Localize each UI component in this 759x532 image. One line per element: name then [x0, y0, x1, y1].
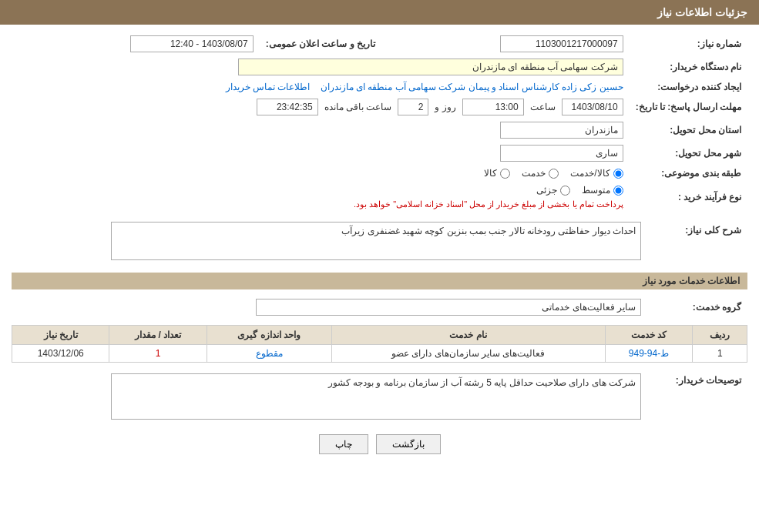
button-row: بازگشت چاپ [12, 434, 747, 454]
services-tbody: 1 ط-94-949 فعالیت‌های سایر سازمان‌های دا… [12, 345, 747, 363]
mohlat-roz-box: 2 [398, 99, 428, 115]
page-header: جزئیات اطلاعات نیاز [0, 0, 759, 25]
tabaqhe-options: کالا/خدمت خدمت کالا [12, 165, 630, 182]
row-noe-farayand: نوع فرآیند خرید : متوسط جزئی پرداخت [12, 182, 747, 212]
ostan-label: استان محل تحویل: [630, 119, 747, 142]
radio-motavaset[interactable]: متوسط [582, 185, 623, 196]
group-value: سایر فعالیت‌های خدماتی [12, 296, 647, 319]
col-namkhedmat: نام خدمت [331, 326, 605, 345]
col-tedad: تعداد / مقدار [109, 326, 207, 345]
col-vahed: واحد اندازه گیری [207, 326, 331, 345]
cell-radif: 1 [693, 345, 747, 363]
row-mohlat: مهلت ارسال پاسخ: تا تاریخ: 1403/08/10 سا… [12, 95, 747, 119]
services-table: ردیف کد خدمت نام خدمت واحد اندازه گیری ت… [12, 325, 747, 363]
baghimande-box: 23:42:35 [257, 99, 318, 115]
radio-motavaset-label: متوسط [582, 185, 610, 196]
tozehat-value: شرکت های دارای صلاحیت حداقل پایه 5 رشته … [12, 370, 647, 423]
ijad-value: حسین زکی زاده کارشناس اسناد و پیمان شرکت… [12, 79, 630, 95]
shomare-niaz-box: 1103001217000097 [500, 35, 623, 52]
page-wrapper: جزئیات اطلاعات نیاز شماره نیاز: 11030012… [0, 0, 759, 532]
mohlat-date-box: 1403/08/10 [562, 99, 623, 115]
radio-jozyi-label: جزئی [536, 185, 557, 196]
cell-kod: ط-94-949 [605, 345, 693, 363]
row-namdastgah: نام دستگاه خریدار: شرکت سهامی آب منطقه ا… [12, 55, 747, 79]
shomare-niaz-label: شماره نیاز: [630, 32, 747, 55]
services-thead: ردیف کد خدمت نام خدمت واحد اندازه گیری ت… [12, 326, 747, 345]
row-ostan: استان محل تحویل: مازندران [12, 119, 747, 142]
ostan-box: مازندران [500, 122, 623, 139]
services-header-row: ردیف کد خدمت نام خدمت واحد اندازه گیری ت… [12, 326, 747, 345]
col-radif: ردیف [693, 326, 747, 345]
tozehat-box: شرکت های دارای صلاحیت حداقل پایه 5 رشته … [111, 373, 641, 420]
tarikh-label: تاریخ و ساعت اعلان عمومی: [260, 32, 381, 55]
radio-motavaset-input[interactable] [613, 186, 623, 196]
farayand-radio-group: متوسط جزئی [18, 185, 623, 196]
roz-label: روز و [435, 102, 455, 112]
cell-nam: فعالیت‌های سایر سازمان‌های دارای عضو [331, 345, 605, 363]
farayand-note: پرداخت تمام یا بخشی از مبلغ خریدار از مح… [18, 199, 623, 209]
sharh-value: احداث دیوار حفاظتی رودخانه تالار جنب بمب… [12, 219, 647, 263]
section-khadamat: اطلاعات خدمات مورد نیاز [12, 273, 747, 289]
tabaqhe-radio-group: کالا/خدمت خدمت کالا [18, 168, 623, 179]
sharh-box: احداث دیوار حفاظتی رودخانه تالار جنب بمب… [111, 222, 641, 260]
radio-jozyi-input[interactable] [560, 186, 570, 196]
col-kodkhedmat: کد خدمت [605, 326, 693, 345]
cell-tedad: 1 [109, 345, 207, 363]
baghimande-label: ساعت باقی مانده [324, 102, 392, 112]
back-button[interactable]: بازگشت [376, 434, 441, 454]
row-shomare-tarikh: شماره نیاز: 1103001217000097 تاریخ و ساع… [12, 32, 747, 55]
shahr-box: ساری [500, 145, 623, 162]
sharh-table: شرح کلی نیاز: احداث دیوار حفاظتی رودخانه… [12, 219, 747, 263]
ettelaat-tamas-link[interactable]: اطلاعات تماس خریدار [226, 82, 311, 92]
mohlat-label: مهلت ارسال پاسخ: تا تاریخ: [630, 95, 747, 119]
cell-vahed: مقطوع [207, 345, 331, 363]
shahr-value: ساری [12, 142, 630, 165]
radio-khedmat-input[interactable] [549, 169, 559, 179]
tozehat-table: توصیحات خریدار: شرکت های دارای صلاحیت حد… [12, 370, 747, 423]
radio-kala-input[interactable] [500, 169, 510, 179]
print-button[interactable]: چاپ [319, 434, 368, 454]
mohlat-row: 1403/08/10 ساعت 13:00 روز و 2 ساعت باقی … [18, 99, 623, 115]
row-tozehat: توصیحات خریدار: شرکت های دارای صلاحیت حد… [12, 370, 747, 423]
tozehat-label: توصیحات خریدار: [647, 370, 747, 423]
row-ijad: ایجاد کننده درخواست: حسین زکی زاده کارشن… [12, 79, 747, 95]
main-content: شماره نیاز: 1103001217000097 تاریخ و ساع… [0, 25, 759, 473]
radio-kala-khedmat-input[interactable] [613, 169, 623, 179]
saat-label: ساعت [530, 102, 556, 112]
namdastgah-box: شرکت سهامی آب منطقه ای مازندران [238, 59, 623, 75]
radio-khedmat[interactable]: خدمت [522, 168, 559, 179]
info-table-top: شماره نیاز: 1103001217000097 تاریخ و ساع… [12, 32, 747, 212]
noe-farayand-label: نوع فرآیند خرید : [630, 182, 747, 212]
ostan-value: مازندران [12, 119, 630, 142]
tarikh-box: 1403/08/07 - 12:40 [130, 35, 254, 52]
group-label: گروه خدمت: [647, 296, 747, 319]
radio-khedmat-label: خدمت [522, 168, 546, 179]
radio-kala-khedmat[interactable]: کالا/خدمت [570, 168, 623, 179]
group-khadamat-table: گروه خدمت: سایر فعالیت‌های خدماتی [12, 296, 747, 319]
table-row: 1 ط-94-949 فعالیت‌های سایر سازمان‌های دا… [12, 345, 747, 363]
radio-kala-khedmat-label: کالا/خدمت [570, 168, 610, 179]
ijad-label: ایجاد کننده درخواست: [630, 79, 747, 95]
group-box: سایر فعالیت‌های خدماتی [256, 299, 641, 316]
mohlat-saat-box: 13:00 [462, 99, 524, 115]
tarikh-value: 1403/08/07 - 12:40 [12, 32, 260, 55]
row-sharh: شرح کلی نیاز: احداث دیوار حفاظتی رودخانه… [12, 219, 747, 263]
sharh-label: شرح کلی نیاز: [647, 219, 747, 263]
row-shahr: شهر محل تحویل: ساری [12, 142, 747, 165]
radio-jozyi[interactable]: جزئی [536, 185, 570, 196]
shahr-label: شهر محل تحویل: [630, 142, 747, 165]
cell-tarikh: 1403/12/06 [12, 345, 109, 363]
radio-kala-label: کالا [484, 168, 497, 179]
col-tarikh: تاریخ نیاز [12, 326, 109, 345]
tabaqhe-label: طبقه بندی موضوعی: [630, 165, 747, 182]
ijad-link[interactable]: حسین زکی زاده کارشناس اسناد و پیمان شرکت… [317, 82, 623, 92]
noe-farayand-options: متوسط جزئی پرداخت تمام یا بخشی از مبلغ خ… [12, 182, 630, 212]
namdastgah-value: شرکت سهامی آب منطقه ای مازندران [12, 55, 630, 79]
row-group-khadamat: گروه خدمت: سایر فعالیت‌های خدماتی [12, 296, 747, 319]
mohlat-value: 1403/08/10 ساعت 13:00 روز و 2 ساعت باقی … [12, 95, 630, 119]
namdastgah-label: نام دستگاه خریدار: [630, 55, 747, 79]
radio-kala[interactable]: کالا [484, 168, 510, 179]
row-tabaqhe: طبقه بندی موضوعی: کالا/خدمت خدمت [12, 165, 747, 182]
shomare-niaz-value: 1103001217000097 [381, 32, 630, 55]
header-title: جزئیات اطلاعات نیاز [657, 6, 747, 18]
